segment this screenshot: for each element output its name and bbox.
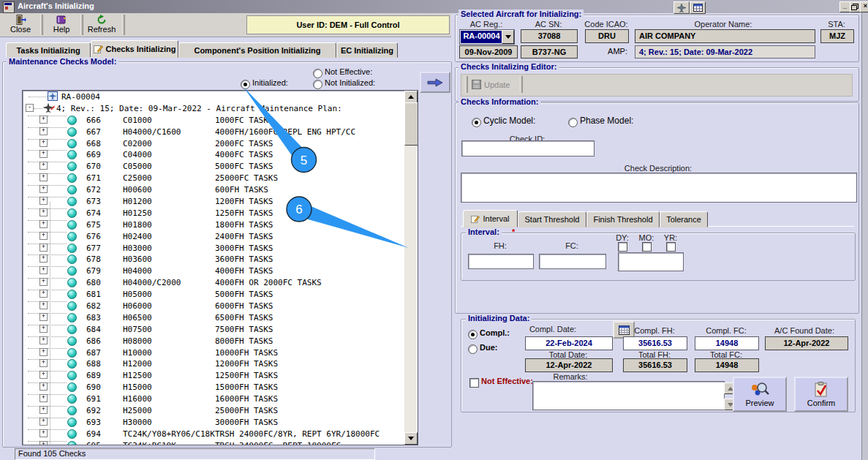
help-button[interactable]: Help: [44, 15, 79, 36]
not-effective-checkbox[interactable]: [469, 378, 479, 388]
tree-row[interactable]: +676H024002400FH TASKS: [23, 231, 418, 243]
tree-row[interactable]: +673H012001200FH TASKS: [23, 196, 418, 208]
expand-plus-icon[interactable]: +: [39, 244, 48, 252]
remarks-input[interactable]: [532, 381, 725, 410]
move-right-button[interactable]: [420, 72, 450, 93]
expand-plus-icon[interactable]: +: [39, 232, 48, 240]
expand-plus-icon[interactable]: +: [39, 418, 48, 426]
tab-checks-initializing[interactable]: Checks Initializing: [91, 40, 178, 58]
mo-checkbox[interactable]: [642, 242, 652, 252]
tree-row[interactable]: +691H1600016000FH TASKS: [23, 393, 418, 405]
expand-plus-icon[interactable]: +: [39, 150, 48, 158]
expand-plus-icon[interactable]: +: [39, 197, 48, 205]
ac-reg-dropdown[interactable]: RA-00004: [459, 29, 515, 45]
due-radio[interactable]: [468, 344, 478, 354]
scroll-up-button[interactable]: [404, 91, 418, 103]
interval-fc-input[interactable]: [539, 254, 606, 269]
tree-row[interactable]: +682H060006000FH TASKS: [23, 301, 418, 312]
tree-row[interactable]: +683H065006500FH TASKS: [23, 312, 418, 324]
expand-plus-icon[interactable]: +: [39, 348, 48, 356]
expand-plus-icon[interactable]: +: [39, 162, 48, 170]
expand-plus-icon[interactable]: +: [39, 359, 48, 367]
expand-plus-icon[interactable]: +: [39, 325, 48, 333]
tree-row[interactable]: +688H1200012000FH TASKS: [23, 358, 418, 370]
check-description-input[interactable]: [461, 173, 857, 203]
dropdown-arrow-button[interactable]: [502, 30, 514, 44]
tree-row[interactable]: +674H012501250FH TASKS: [23, 208, 418, 219]
minimize-button[interactable]: _: [839, 1, 850, 12]
checks-tree[interactable]: RA-00004 - 4; Rev.: 15; Date: 09-Mar-202…: [22, 90, 418, 445]
tree-row[interactable]: +667H04000/C16004000FH/1600FC REPL ENG H…: [23, 127, 418, 138]
update-button[interactable]: Update: [469, 76, 518, 93]
tree-row[interactable]: +678H036003600FH TASKS: [23, 254, 418, 265]
tree-row[interactable]: +686H080008000FH TASKS: [23, 336, 418, 347]
tab-start-threshold[interactable]: Start Threshold: [518, 211, 586, 227]
expand-plus-icon[interactable]: +: [39, 127, 48, 135]
tree-row[interactable]: +670C050005000FC TASKS: [23, 161, 418, 173]
tab-interval[interactable]: Interval: [463, 210, 518, 227]
tab-components-position-initializing[interactable]: Component's Position Initializing: [178, 42, 336, 58]
tree-row[interactable]: +690H1500015000FH TASKS: [23, 382, 418, 393]
expand-plus-icon[interactable]: +: [39, 382, 48, 391]
initialized-radio[interactable]: [241, 80, 250, 89]
yr-checkbox[interactable]: [666, 242, 676, 252]
preview-button[interactable]: Preview: [733, 377, 787, 412]
expand-plus-icon[interactable]: +: [39, 429, 48, 437]
close-window-button[interactable]: ×: [860, 1, 868, 12]
tree-row[interactable]: +669C040004000FC TASKS: [23, 149, 418, 161]
not-effective-radio[interactable]: [313, 69, 322, 78]
dy-checkbox[interactable]: [618, 242, 627, 252]
interval-fh-input[interactable]: [468, 254, 534, 269]
expand-plus-icon[interactable]: +: [39, 371, 48, 379]
expand-plus-icon[interactable]: +: [39, 290, 48, 298]
grid-tool-button[interactable]: [690, 1, 706, 14]
collapse-minus-icon[interactable]: -: [26, 104, 34, 112]
scroll-down-button[interactable]: [404, 432, 418, 445]
tab-tasks-initializing[interactable]: Tasks Initializing: [6, 42, 91, 58]
tree-row[interactable]: +666C010001000FC TASKS: [23, 115, 418, 127]
expand-plus-icon[interactable]: +: [39, 220, 48, 228]
expand-plus-icon[interactable]: +: [39, 394, 48, 402]
refresh-button[interactable]: Refresh: [83, 15, 120, 36]
expand-plus-icon[interactable]: +: [39, 266, 48, 274]
check-id-input[interactable]: [461, 140, 595, 157]
tree-row[interactable]: +668C020002000FC TASKS: [23, 138, 418, 150]
tree-row[interactable]: +681H050005000FH TASKS: [23, 289, 418, 301]
confirm-button[interactable]: Confirm: [794, 377, 848, 412]
expand-plus-icon[interactable]: +: [39, 116, 48, 124]
expand-plus-icon[interactable]: +: [39, 185, 48, 193]
expand-plus-icon[interactable]: +: [39, 441, 48, 445]
tree-row[interactable]: +692H2500025000FH TASKS: [23, 405, 418, 417]
phase-model-radio[interactable]: [568, 118, 578, 127]
tree-row[interactable]: +693H3000030000FH TASKS: [23, 417, 418, 429]
tree-row[interactable]: +677H030003000FH TASKS: [23, 243, 418, 254]
expand-plus-icon[interactable]: +: [39, 336, 48, 344]
tree-row[interactable]: +672H00600600FH TASKS: [23, 184, 418, 196]
expand-plus-icon[interactable]: +: [39, 301, 48, 309]
expand-plus-icon[interactable]: +: [39, 254, 48, 263]
close-button[interactable]: Close: [3, 15, 38, 36]
aircraft-tool-button[interactable]: [673, 1, 690, 14]
tree-row[interactable]: +689H1250012500FH TASKS: [23, 370, 418, 382]
expand-plus-icon[interactable]: +: [39, 278, 48, 286]
expand-plus-icon[interactable]: +: [39, 406, 48, 414]
scrollbar-thumb[interactable]: [404, 102, 418, 146]
restore-button[interactable]: [850, 1, 861, 12]
expand-plus-icon[interactable]: +: [39, 208, 48, 216]
tree-root-row[interactable]: RA-00004: [23, 91, 418, 103]
tree-row[interactable]: +680H04000/C20004000FH OR 2000FC TASKS: [23, 277, 418, 289]
expand-plus-icon[interactable]: +: [39, 173, 48, 181]
tree-row[interactable]: +675H018001800FH TASKS: [23, 219, 418, 231]
tree-row[interactable]: +671C2500025000FC TASKS: [23, 173, 418, 184]
compl-radio[interactable]: [468, 330, 478, 339]
tree-plan-row[interactable]: - 4; Rev.: 15; Date: 09-Mar-2022 - Aircr…: [23, 103, 418, 115]
tab-tolerance[interactable]: Tolerance: [660, 211, 708, 227]
tree-row[interactable]: +679H040004000FH TASKS: [23, 265, 418, 277]
interval-calendar-input[interactable]: [618, 252, 684, 271]
tab-ec-initializing[interactable]: EC Initializing: [336, 42, 398, 58]
tab-finish-threshold[interactable]: Finish Threshold: [586, 211, 660, 227]
not-initialized-radio[interactable]: [313, 80, 322, 89]
tree-row[interactable]: +694TC24K/Y08+RY06/C18KTRSH 24000FC/8YR,…: [23, 429, 418, 440]
tree-row[interactable]: +695TC34K+RC18KTRSH 34000FC, REPT 18000F…: [23, 440, 418, 445]
cyclic-model-radio[interactable]: [472, 118, 481, 127]
